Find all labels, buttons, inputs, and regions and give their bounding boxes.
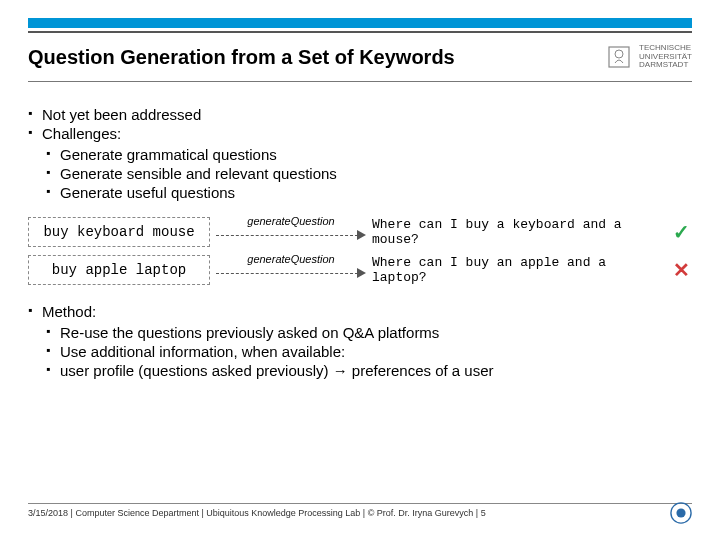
footer-text: 3/15/2018 | Computer Science Department …	[28, 508, 486, 518]
examples-block: buy keyboard mouse generateQuestion Wher…	[28, 217, 692, 285]
uni-line3: DARMSTADT	[639, 61, 692, 70]
bullet-sensible: Generate sensible and relevant questions	[46, 165, 692, 182]
bullet-not-addressed: Not yet been addressed	[28, 106, 692, 123]
bullet-useful: Generate useful questions	[46, 184, 692, 201]
ukp-logo-icon	[670, 502, 692, 524]
header: Question Generation from a Set of Keywor…	[28, 43, 692, 71]
svg-point-1	[615, 50, 623, 58]
generated-question: Where can I buy an apple and a laptop?	[372, 255, 666, 285]
university-logo: TECHNISCHE UNIVERSITÄT DARMSTADT	[605, 43, 692, 71]
arrow: generateQuestion	[216, 257, 366, 283]
cross-icon: ✕	[670, 258, 692, 282]
example-row: buy apple laptop generateQuestion Where …	[28, 255, 692, 285]
keywords-box: buy keyboard mouse	[28, 217, 210, 247]
bullet-challenges: Challenges:	[28, 125, 692, 142]
bullet-grammatical: Generate grammatical questions	[46, 146, 692, 163]
generated-question: Where can I buy a keyboard and a mouse?	[372, 217, 666, 247]
bullet-user-profile: user profile (questions asked previously…	[46, 362, 692, 379]
arrow-label: generateQuestion	[216, 253, 366, 265]
slide-title: Question Generation from a Set of Keywor…	[28, 46, 455, 69]
arrow: generateQuestion	[216, 219, 366, 245]
keywords-box: buy apple laptop	[28, 255, 210, 285]
bullet-method: Method:	[28, 303, 692, 320]
top-rule	[28, 31, 692, 33]
content: Not yet been addressed Challenges: Gener…	[28, 106, 692, 379]
arrow-label: generateQuestion	[216, 215, 366, 227]
mid-rule	[28, 81, 692, 82]
example-row: buy keyboard mouse generateQuestion Wher…	[28, 217, 692, 247]
bullet-additional-info: Use additional information, when availab…	[46, 343, 692, 360]
svg-point-3	[676, 508, 685, 517]
bullet-reuse: Re-use the questions previously asked on…	[46, 324, 692, 341]
accent-bar	[28, 18, 692, 28]
footer: 3/15/2018 | Computer Science Department …	[28, 502, 692, 524]
check-icon: ✓	[670, 220, 692, 244]
athena-icon	[605, 43, 633, 71]
